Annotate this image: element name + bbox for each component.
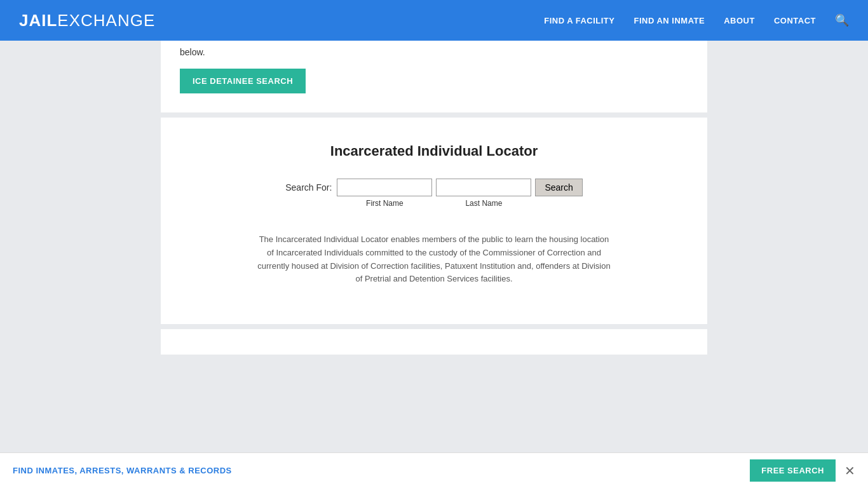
free-search-button[interactable]: FREE SEARCH xyxy=(750,459,836,482)
nav-about[interactable]: ABOUT xyxy=(724,16,755,25)
search-for-label: Search For: xyxy=(285,179,332,193)
nav-contact[interactable]: CONTACT xyxy=(774,16,816,25)
bottom-bar-right: FREE SEARCH ✕ xyxy=(750,459,855,482)
logo-exchange: EXCHANGE xyxy=(57,11,155,30)
bottom-partial-card xyxy=(161,329,707,355)
locator-title: Incarcerated Individual Locator xyxy=(330,143,538,159)
last-name-input[interactable] xyxy=(436,179,531,196)
first-name-group: First Name xyxy=(337,179,432,208)
locator-description: The Incarcerated Individual Locator enab… xyxy=(256,233,612,286)
search-icon[interactable]: 🔍 xyxy=(835,13,849,27)
site-header: JAIL EXCHANGE FIND A FACILITY FIND AN IN… xyxy=(0,0,868,41)
top-card: below. ICE DETAINEE SEARCH xyxy=(161,41,707,112)
close-bottom-bar-button[interactable]: ✕ xyxy=(844,463,855,478)
last-name-label: Last Name xyxy=(465,199,502,208)
ice-detainee-search-button[interactable]: ICE DETAINEE SEARCH xyxy=(180,69,306,93)
logo-jail: JAIL xyxy=(19,11,57,30)
nav-find-inmate[interactable]: FIND AN INMATE xyxy=(634,16,705,25)
bottom-bar-text: FIND INMATES, ARRESTS, WARRANTS & RECORD… xyxy=(13,466,232,475)
bottom-bar: FIND INMATES, ARRESTS, WARRANTS & RECORD… xyxy=(0,452,868,488)
first-name-input[interactable] xyxy=(337,179,432,196)
main-nav: FIND A FACILITY FIND AN INMATE ABOUT CON… xyxy=(544,13,849,27)
first-name-label: First Name xyxy=(366,199,403,208)
locator-card: Incarcerated Individual Locator Search F… xyxy=(161,118,707,324)
last-name-group: Last Name xyxy=(436,179,531,208)
search-button[interactable]: Search xyxy=(535,179,582,196)
page-content: below. ICE DETAINEE SEARCH Incarcerated … xyxy=(161,41,707,367)
top-card-text: below. xyxy=(180,47,688,57)
logo[interactable]: JAIL EXCHANGE xyxy=(19,11,155,30)
search-form: Search For: First Name Last Name Search xyxy=(285,179,583,208)
nav-find-facility[interactable]: FIND A FACILITY xyxy=(544,16,614,25)
